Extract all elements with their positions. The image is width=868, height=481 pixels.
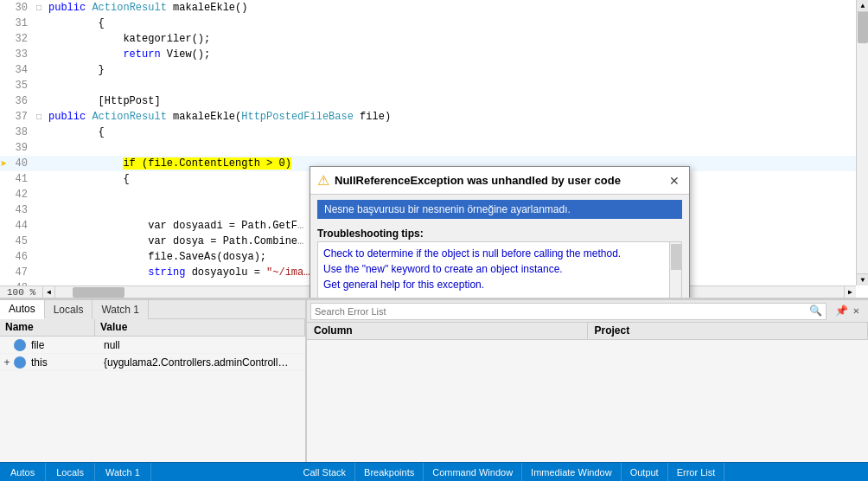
autos-file-icon: [14, 339, 26, 351]
bottom-content: Autos Locals Watch 1 Name Value file nul…: [0, 300, 868, 481]
autos-file-value: null: [99, 339, 305, 351]
autos-panel: Autos Locals Watch 1 Name Value file nul…: [0, 300, 307, 481]
status-tab-commandwindow[interactable]: Command Window: [424, 463, 522, 482]
pin-button[interactable]: 📌: [833, 305, 850, 317]
status-tab-errorlist[interactable]: Error List: [668, 463, 725, 482]
search-icon: 🔍: [809, 305, 822, 317]
autos-this-expand[interactable]: +: [0, 356, 14, 369]
autos-this-value: {uygulama2.Controllers.adminControll…: [99, 356, 305, 369]
bottom-panel: Autos Locals Watch 1 Name Value file nul…: [0, 298, 868, 481]
status-center-tabs: Call Stack Breakpoints Command Window Im…: [295, 463, 725, 482]
code-line-39: 39: [0, 140, 868, 156]
status-center: Call Stack Breakpoints Command Window Im…: [151, 463, 868, 482]
code-line-35: 35: [0, 78, 868, 93]
tips-scrollbar-thumb[interactable]: [671, 244, 681, 270]
status-tab-callstack[interactable]: Call Stack: [295, 463, 356, 482]
dialog-title: NullReferenceException was unhandled by …: [335, 174, 661, 187]
code-line-37: 37 □ public ActionResult makaleEkle(Http…: [0, 109, 868, 125]
arrow-indicator: ➤: [0, 157, 7, 171]
tips-scrollbar[interactable]: [669, 242, 681, 298]
code-line-38: 38 {: [0, 125, 868, 140]
autos-this-name: this: [29, 356, 99, 369]
zoom-indicator[interactable]: 100 %: [0, 286, 43, 298]
dialog-titlebar: ⚠ NullReferenceException was unhandled b…: [310, 167, 689, 195]
status-tab-breakpoints[interactable]: Breakpoints: [355, 463, 424, 482]
autos-row-this[interactable]: + this {uygulama2.Controllers.adminContr…: [0, 354, 305, 371]
status-tab-immediatewindow[interactable]: Immediate Window: [522, 463, 622, 482]
tab-locals[interactable]: Locals: [45, 300, 93, 319]
autos-value-header: Value: [95, 319, 305, 336]
error-search-box[interactable]: 🔍: [310, 303, 827, 320]
status-tab-autos[interactable]: Autos: [0, 463, 46, 482]
vscroll-up-btn[interactable]: ▲: [857, 0, 868, 12]
dialog-error-message: Nesne başvurusu bir nesnenin örneğine ay…: [317, 200, 682, 219]
autos-file-name: file: [29, 339, 99, 351]
code-line-30: 30 □ public ActionResult makaleEkle(): [0, 0, 868, 16]
tip-3[interactable]: Get general help for this exception.: [323, 277, 676, 292]
hscroll-thumb[interactable]: [73, 287, 124, 298]
status-tab-watch1[interactable]: Watch 1: [95, 463, 151, 482]
hscroll-left-btn[interactable]: ◀: [43, 286, 55, 298]
troubleshooting-title: Troubleshooting tips:: [310, 224, 689, 241]
autos-row-file[interactable]: file null: [0, 337, 305, 354]
status-tab-locals[interactable]: Locals: [46, 463, 95, 482]
editor-vscrollbar[interactable]: ▲ ▼: [856, 0, 868, 285]
code-line-32: 32 kategoriler();: [0, 31, 868, 47]
panel-pin-area: 📌 ✕: [830, 305, 865, 317]
code-line-34: 34 }: [0, 62, 868, 78]
code-editor[interactable]: 30 □ public ActionResult makaleEkle() 31…: [0, 0, 868, 298]
hscroll-right-btn[interactable]: ▶: [844, 286, 856, 298]
error-col-project: Project: [588, 323, 869, 339]
code-line-31: 31 {: [0, 16, 868, 31]
tab-autos[interactable]: Autos: [0, 300, 45, 319]
autos-header: Name Value: [0, 319, 305, 337]
error-panel: 🔍 📌 ✕ Column Project: [307, 300, 868, 481]
tip-2[interactable]: Use the "new" keyword to create an objec…: [323, 261, 676, 277]
tab-watch1[interactable]: Watch 1: [93, 300, 149, 319]
code-line-36: 36 [HttpPost]: [0, 93, 868, 109]
code-line-33: 33 return View();: [0, 47, 868, 62]
vscroll-down-btn[interactable]: ▼: [857, 273, 868, 285]
dialog-close-button[interactable]: ✕: [667, 173, 682, 189]
tips-box: Check to determine if the object is null…: [317, 241, 682, 298]
close-panel-button[interactable]: ✕: [852, 305, 861, 317]
error-col-column: Column: [307, 323, 588, 339]
error-search-input[interactable]: [315, 306, 809, 317]
error-col-header: Column Project: [307, 323, 868, 340]
tip-1[interactable]: Check to determine if the object is null…: [323, 246, 676, 261]
warning-icon: ⚠: [317, 172, 329, 189]
vscroll-thumb[interactable]: [858, 9, 868, 43]
status-bar: Autos Locals Watch 1 Call Stack Breakpoi…: [0, 462, 868, 481]
error-toolbar: 🔍 📌 ✕: [307, 300, 868, 323]
bottom-tabs: Autos Locals Watch 1: [0, 300, 305, 319]
autos-name-header: Name: [0, 319, 95, 336]
exception-dialog: ⚠ NullReferenceException was unhandled b…: [310, 166, 690, 298]
status-tab-output[interactable]: Output: [622, 463, 668, 482]
autos-this-icon: [14, 356, 26, 369]
